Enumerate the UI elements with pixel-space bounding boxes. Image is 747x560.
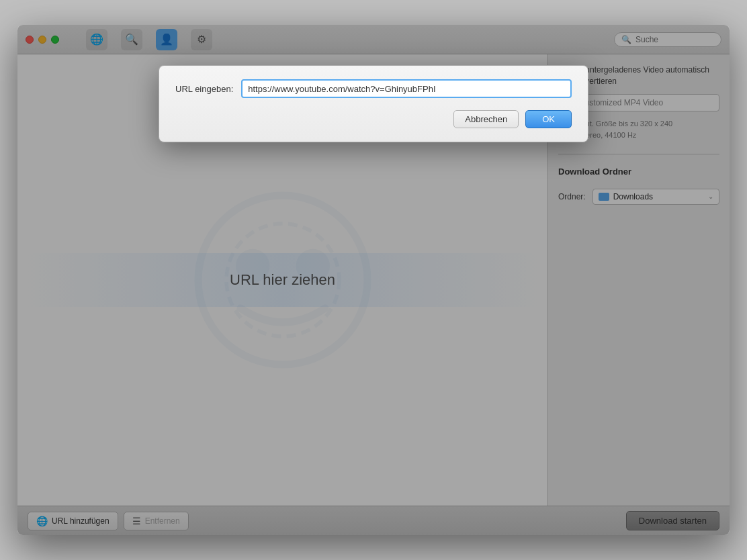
- modal-overlay: URL eingeben: Abbrechen OK: [17, 25, 730, 535]
- cancel-button[interactable]: Abbrechen: [453, 110, 519, 128]
- modal-row: URL eingeben:: [175, 79, 572, 98]
- modal-buttons: Abbrechen OK: [175, 110, 572, 128]
- app-window: 🌐 🔍 👤 ⚙ 🔍 URL hier ziehen: [17, 25, 730, 535]
- modal-dialog: URL eingeben: Abbrechen OK: [159, 65, 588, 142]
- ok-button[interactable]: OK: [525, 110, 572, 128]
- modal-label: URL eingeben:: [175, 84, 233, 94]
- url-input[interactable]: [241, 79, 572, 98]
